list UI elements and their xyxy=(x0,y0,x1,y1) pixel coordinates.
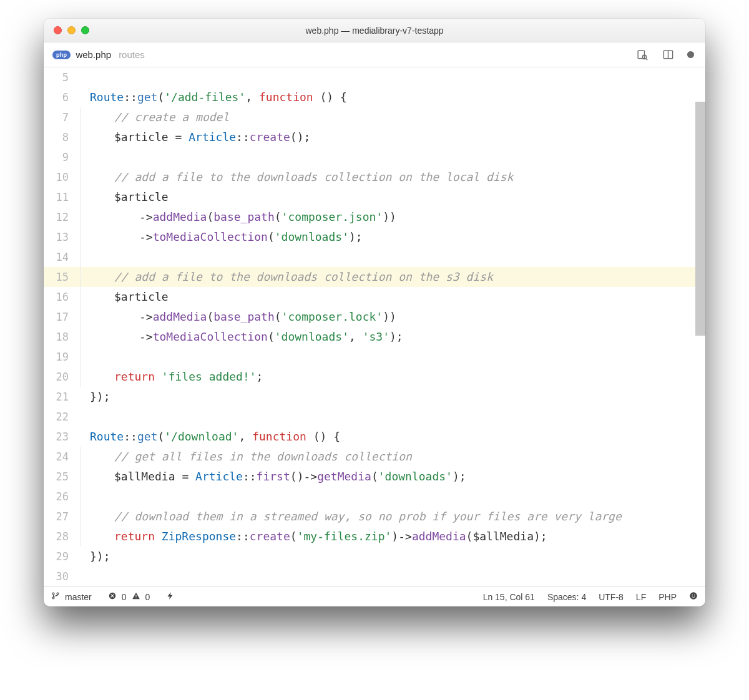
titlebar[interactable]: web.php — medialibrary-v7-testapp xyxy=(44,19,705,42)
code-line[interactable]: 6Route::get('/add-files', function () { xyxy=(44,87,705,107)
code-line[interactable]: 10// add a file to the downloads collect… xyxy=(44,167,705,187)
overview-ruler[interactable] xyxy=(695,67,705,586)
line-number[interactable]: 24 xyxy=(44,447,80,467)
line-number[interactable]: 17 xyxy=(44,307,80,327)
code-content[interactable]: $article xyxy=(81,287,169,307)
code-content[interactable]: $article = Article::create(); xyxy=(81,127,310,147)
line-number[interactable]: 16 xyxy=(44,287,80,307)
line-number[interactable]: 29 xyxy=(44,547,80,566)
code-line[interactable]: 28return ZipResponse::create('my-files.z… xyxy=(44,527,705,547)
line-number[interactable]: 26 xyxy=(44,487,80,507)
code-content[interactable]: ->toMediaCollection('downloads'); xyxy=(81,227,363,247)
code-line[interactable]: 30 xyxy=(44,566,705,586)
warnings-icon[interactable] xyxy=(132,591,140,602)
code-line[interactable]: 12->addMedia(base_path('composer.json')) xyxy=(44,207,705,227)
code-content[interactable]: // add a file to the downloads collectio… xyxy=(81,167,513,187)
code-content[interactable]: return ZipResponse::create('my-files.zip… xyxy=(81,527,547,547)
line-number[interactable]: 12 xyxy=(44,207,80,227)
code-content[interactable] xyxy=(80,407,90,427)
split-editor-icon[interactable] xyxy=(661,49,675,61)
code-content[interactable]: ->addMedia(base_path('composer.lock')) xyxy=(81,307,396,327)
code-line[interactable]: 5 xyxy=(44,67,705,87)
line-number[interactable]: 8 xyxy=(44,127,80,147)
line-number[interactable]: 23 xyxy=(44,427,80,447)
line-number[interactable]: 18 xyxy=(44,327,80,347)
code-content[interactable]: // get all files in the downloads collec… xyxy=(81,447,412,467)
quick-action-icon[interactable] xyxy=(166,591,175,602)
code-content[interactable]: Route::get('/download', function () { xyxy=(80,427,340,447)
code-content[interactable]: Route::get('/add-files', function () { xyxy=(80,87,347,107)
code-line[interactable]: 9 xyxy=(44,147,705,167)
line-number[interactable]: 22 xyxy=(44,407,80,427)
git-branch-icon[interactable] xyxy=(51,591,60,602)
cursor-position[interactable]: Ln 15, Col 61 xyxy=(479,592,539,602)
code-content[interactable]: ->toMediaCollection('downloads', 's3'); xyxy=(81,327,403,347)
line-number[interactable]: 15 xyxy=(44,267,80,287)
line-number[interactable]: 11 xyxy=(44,187,80,207)
code-line[interactable]: 8$article = Article::create(); xyxy=(44,127,705,147)
code-line[interactable]: 18->toMediaCollection('downloads', 's3')… xyxy=(44,327,705,347)
code-line[interactable]: 29}); xyxy=(44,547,705,566)
warnings-count[interactable]: 0 xyxy=(145,592,150,602)
line-number[interactable]: 7 xyxy=(44,107,80,127)
tab-filename[interactable]: web.php xyxy=(76,49,111,60)
code-line[interactable]: 13->toMediaCollection('downloads'); xyxy=(44,227,705,247)
code-content[interactable]: // create a model xyxy=(81,107,229,127)
code-content[interactable] xyxy=(81,487,114,507)
code-content[interactable]: $allMedia = Article::first()->getMedia('… xyxy=(81,467,466,487)
line-number[interactable]: 19 xyxy=(44,347,80,367)
code-content[interactable]: $article xyxy=(81,187,169,207)
code-content[interactable]: }); xyxy=(80,547,110,566)
code-line[interactable]: 17->addMedia(base_path('composer.lock')) xyxy=(44,307,705,327)
encoding[interactable]: UTF-8 xyxy=(595,592,627,602)
code-line[interactable]: 11$article xyxy=(44,187,705,207)
code-line[interactable]: 14 xyxy=(44,247,705,267)
eol[interactable]: LF xyxy=(632,592,650,602)
code-content[interactable] xyxy=(80,566,90,586)
line-number[interactable]: 30 xyxy=(44,566,80,586)
code-line[interactable]: 26 xyxy=(44,487,705,507)
line-number[interactable]: 25 xyxy=(44,467,80,487)
code-content[interactable]: ->addMedia(base_path('composer.json')) xyxy=(81,207,396,227)
code-line[interactable]: 19 xyxy=(44,347,705,367)
code-line[interactable]: 16$article xyxy=(44,287,705,307)
line-number[interactable]: 21 xyxy=(44,387,80,407)
code-line[interactable]: 22 xyxy=(44,407,705,427)
line-number[interactable]: 5 xyxy=(44,67,80,87)
minimize-window-button[interactable] xyxy=(67,26,76,34)
code-line[interactable]: 25$allMedia = Article::first()->getMedia… xyxy=(44,467,705,487)
code-line[interactable]: 24// get all files in the downloads coll… xyxy=(44,447,705,467)
code-line[interactable]: 15// add a file to the downloads collect… xyxy=(44,267,705,287)
line-number[interactable]: 14 xyxy=(44,247,80,267)
errors-count[interactable]: 0 xyxy=(122,592,127,602)
feedback-smile-icon[interactable] xyxy=(689,591,698,602)
code-content[interactable]: // add a file to the downloads collectio… xyxy=(81,267,493,287)
code-content[interactable] xyxy=(80,67,90,87)
line-number[interactable]: 27 xyxy=(44,507,80,527)
language-mode[interactable]: PHP xyxy=(655,592,680,602)
code-editor[interactable]: 56Route::get('/add-files', function () {… xyxy=(44,67,705,586)
code-content[interactable] xyxy=(81,247,114,267)
line-number[interactable]: 9 xyxy=(44,147,80,167)
indentation[interactable]: Spaces: 4 xyxy=(544,592,590,602)
errors-icon[interactable] xyxy=(108,591,117,602)
code-line[interactable]: 27// download them in a streamed way, so… xyxy=(44,507,705,527)
code-content[interactable]: // download them in a streamed way, so n… xyxy=(81,507,622,527)
code-line[interactable]: 21}); xyxy=(44,387,705,407)
code-content[interactable]: }); xyxy=(80,387,110,407)
line-number[interactable]: 13 xyxy=(44,227,80,247)
code-line[interactable]: 20return 'files added!'; xyxy=(44,367,705,387)
line-number[interactable]: 6 xyxy=(44,87,80,107)
line-number[interactable]: 10 xyxy=(44,167,80,187)
line-number[interactable]: 28 xyxy=(44,527,80,547)
zoom-window-button[interactable] xyxy=(81,26,89,34)
code-line[interactable]: 23Route::get('/download', function () { xyxy=(44,427,705,447)
code-line[interactable]: 7// create a model xyxy=(44,107,705,127)
code-content[interactable] xyxy=(81,147,114,167)
code-content[interactable]: return 'files added!'; xyxy=(81,367,263,387)
line-number[interactable]: 20 xyxy=(44,367,80,387)
preview-search-icon[interactable] xyxy=(635,49,649,61)
close-window-button[interactable] xyxy=(54,26,62,34)
code-content[interactable] xyxy=(81,347,114,367)
git-branch-name[interactable]: master xyxy=(65,592,92,602)
